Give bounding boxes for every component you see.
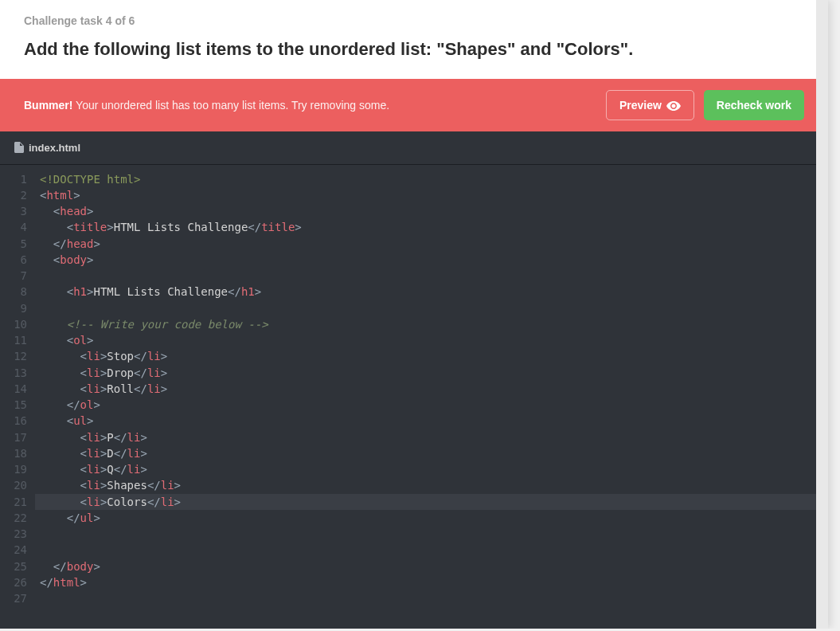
eye-icon: [666, 100, 681, 110]
line-number: 12: [13, 348, 27, 364]
code-line[interactable]: <!DOCTYPE html>: [35, 171, 828, 187]
code-line[interactable]: [35, 268, 828, 284]
code-line[interactable]: </head>: [35, 236, 828, 252]
file-icon: [14, 142, 24, 153]
line-number: 21: [13, 494, 27, 510]
code-line[interactable]: </body>: [35, 558, 828, 574]
challenge-header: Challenge task 4 of 6 Add the following …: [0, 0, 828, 79]
line-number: 5: [13, 236, 27, 252]
line-number: 22: [13, 510, 27, 526]
editor-gutter: 1234567891011121314151617181920212223242…: [0, 165, 35, 613]
line-number: 1: [13, 171, 27, 187]
code-line[interactable]: <li>Shapes</li>: [35, 477, 828, 493]
code-line[interactable]: <li>Colors</li>: [35, 494, 828, 510]
line-number: 13: [13, 365, 27, 381]
line-number: 19: [13, 461, 27, 477]
code-line[interactable]: <li>Stop</li>: [35, 348, 828, 364]
line-number: 7: [13, 268, 27, 284]
code-line[interactable]: </ol>: [35, 397, 828, 413]
code-line[interactable]: <li>D</li>: [35, 445, 828, 461]
line-number: 4: [13, 219, 27, 235]
preview-button-label: Preview: [619, 99, 662, 112]
code-line[interactable]: <ol>: [35, 332, 828, 348]
recheck-button-label: Recheck work: [717, 99, 791, 112]
line-number: 10: [13, 316, 27, 332]
alert-bar: Bummer! Your unordered list has too many…: [0, 79, 828, 131]
code-line[interactable]: <h1>HTML Lists Challenge</h1>: [35, 284, 828, 300]
line-number: 9: [13, 300, 27, 316]
line-number: 24: [13, 542, 27, 558]
editor-code-area[interactable]: <!DOCTYPE html><html> <head> <title>HTML…: [35, 165, 828, 613]
task-instruction: Add the following list items to the unor…: [24, 38, 804, 61]
code-line[interactable]: <!-- Write your code below -->: [35, 316, 828, 332]
line-number: 6: [13, 252, 27, 268]
code-line[interactable]: <title>HTML Lists Challenge</title>: [35, 219, 828, 235]
code-line[interactable]: <li>Drop</li>: [35, 365, 828, 381]
task-progress-label: Challenge task 4 of 6: [24, 14, 804, 27]
code-line[interactable]: <body>: [35, 252, 828, 268]
line-number: 14: [13, 381, 27, 397]
line-number: 17: [13, 429, 27, 445]
code-editor[interactable]: 1234567891011121314151617181920212223242…: [0, 165, 828, 629]
line-number: 16: [13, 413, 27, 429]
line-number: 26: [13, 574, 27, 590]
code-line[interactable]: </html>: [35, 574, 828, 590]
code-line[interactable]: <html>: [35, 187, 828, 203]
code-line[interactable]: <ul>: [35, 413, 828, 429]
line-number: 23: [13, 526, 27, 542]
line-number: 15: [13, 397, 27, 413]
code-line[interactable]: </ul>: [35, 510, 828, 526]
code-line[interactable]: <li>P</li>: [35, 429, 828, 445]
code-line[interactable]: [35, 590, 828, 606]
line-number: 18: [13, 445, 27, 461]
vertical-scrollbar[interactable]: [816, 0, 828, 629]
line-number: 27: [13, 590, 27, 606]
alert-actions: Preview Recheck work: [606, 90, 804, 120]
line-number: 2: [13, 187, 27, 203]
code-line[interactable]: [35, 542, 828, 558]
code-line[interactable]: <li>Q</li>: [35, 461, 828, 477]
line-number: 20: [13, 477, 27, 493]
line-number: 3: [13, 203, 27, 219]
editor-tab-bar: index.html: [0, 131, 828, 165]
tab-index-html[interactable]: index.html: [0, 131, 95, 164]
tab-filename: index.html: [29, 142, 80, 154]
alert-strong: Bummer!: [24, 99, 72, 112]
code-line[interactable]: <li>Roll</li>: [35, 381, 828, 397]
line-number: 8: [13, 284, 27, 300]
code-line[interactable]: [35, 526, 828, 542]
preview-button[interactable]: Preview: [606, 90, 694, 120]
line-number: 25: [13, 558, 27, 574]
recheck-work-button[interactable]: Recheck work: [704, 90, 804, 120]
alert-message: Bummer! Your unordered list has too many…: [24, 99, 389, 112]
code-line[interactable]: [35, 300, 828, 316]
line-number: 11: [13, 332, 27, 348]
code-line[interactable]: <head>: [35, 203, 828, 219]
alert-text: Your unordered list has too many list it…: [76, 99, 389, 112]
